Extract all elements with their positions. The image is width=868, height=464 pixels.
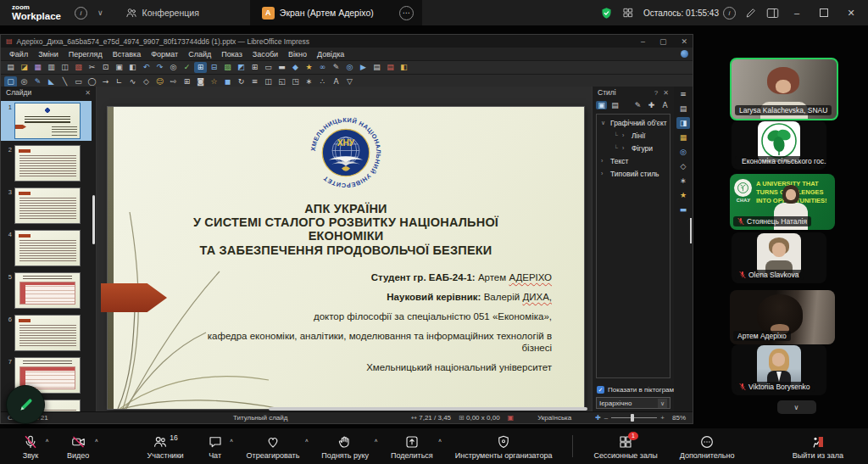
animation-icon[interactable]: ∗ — [676, 175, 690, 187]
clone-formatting-icon[interactable]: ◧ — [126, 62, 139, 73]
video-tile-ekonomika[interactable]: Економіка сільського гос... — [732, 120, 826, 170]
share-button[interactable]: ∧ Поделиться — [381, 432, 442, 461]
share-options-chevron[interactable]: ∧ — [438, 437, 442, 442]
pen-icon[interactable]: ✎ — [31, 76, 44, 87]
3d-object-icon[interactable]: ◼ — [221, 76, 234, 87]
find-replace-icon[interactable]: ◎ — [167, 62, 180, 73]
slide-editor[interactable]: ХМЕЛЬНИЦЬКИЙ НАЦІОНАЛЬНИЙ УНІВЕРСИТЕТ — [108, 107, 584, 409]
undo-icon[interactable]: ↶ — [140, 62, 153, 73]
video-options-chevron[interactable]: ∧ — [94, 437, 98, 442]
impress-restore-button[interactable]: ▢ — [659, 37, 667, 46]
new-document-icon[interactable]: ▤ — [4, 62, 17, 73]
fill-format-icon[interactable]: ✎ — [632, 101, 643, 109]
crop-icon[interactable]: ◳ — [289, 76, 302, 87]
video-tile-larysa[interactable]: Larysa Kalachevska, SNAU — [730, 58, 838, 120]
graphic-styles-icon[interactable]: ▣ — [596, 101, 607, 109]
update-style-icon[interactable]: A — [659, 101, 670, 109]
print-preview-icon[interactable]: ◫ — [58, 62, 71, 73]
impress-minimize-button[interactable]: – — [641, 37, 645, 46]
copy-icon[interactable]: ⊡ — [99, 62, 112, 73]
chat-button[interactable]: ∧ Чат — [197, 432, 234, 461]
points-icon[interactable]: ∗ — [303, 76, 315, 87]
callout-icon[interactable]: ◙ — [194, 76, 207, 87]
glue-points-icon[interactable]: ∴ — [316, 76, 329, 87]
slide-thumbnail[interactable]: 6 — [1, 313, 92, 353]
video-tile-viktoriia[interactable]: Viktoriia Borysenko — [732, 344, 826, 395]
rotate-icon[interactable]: ↻ — [235, 76, 248, 87]
breakout-rooms-button[interactable]: 1 Сессионные залы — [584, 432, 666, 461]
menu-item[interactable]: Перегляд — [64, 49, 108, 59]
layout-view-icon[interactable] — [766, 8, 779, 19]
impress-close-button[interactable]: ✕ — [681, 37, 687, 46]
annotation-pencil-button[interactable] — [6, 385, 45, 424]
close-deck-icon[interactable]: ✕ — [663, 89, 669, 97]
basic-shapes-icon[interactable]: ◆ — [289, 62, 302, 73]
insert-textbox-icon[interactable]: ▭ — [262, 62, 275, 73]
tab-screen-share[interactable]: A Экран (Артем Адеріхо) ⋯ — [250, 0, 422, 25]
select-icon[interactable]: ▢ — [4, 76, 17, 87]
zoom-slider[interactable]: ✚ – + — [595, 414, 665, 422]
shapes-icon[interactable]: ◇ — [676, 160, 690, 172]
menu-item[interactable]: Слайд — [183, 49, 216, 59]
print-icon[interactable]: ▥ — [45, 62, 58, 73]
table-icon[interactable]: ⊞ — [181, 76, 193, 87]
shadow-icon[interactable]: ◱ — [275, 76, 288, 87]
align-icon[interactable]: ≡ — [248, 76, 261, 87]
style-entry[interactable]: › Типовий стиль — [597, 167, 670, 180]
style-entry[interactable]: › Фігури — [597, 142, 670, 154]
close-button[interactable]: ✕ — [843, 8, 860, 19]
menu-item[interactable]: Зміни — [33, 49, 64, 59]
more-button[interactable]: Дополнительно — [670, 432, 744, 461]
insert-image-icon[interactable]: ▨ — [221, 62, 234, 73]
menu-item[interactable]: Формат — [146, 49, 183, 59]
time-info-icon[interactable]: i — [723, 7, 736, 20]
stars-icon[interactable]: ★ — [303, 62, 315, 73]
document-language[interactable]: Українська — [521, 414, 587, 422]
arrow-icon[interactable]: → — [99, 76, 112, 87]
properties-icon[interactable]: ▤ — [676, 103, 690, 115]
rectangle-icon[interactable]: ▭ — [72, 76, 85, 87]
redo-icon[interactable]: ↷ — [153, 62, 166, 73]
audio-button[interactable]: ∧ Звук — [12, 432, 49, 461]
star-banner-icon[interactable]: ☆ — [208, 76, 220, 87]
participants-button[interactable]: 16 Участники — [138, 432, 193, 461]
minimize-button[interactable]: – — [788, 8, 805, 18]
menu-item[interactable]: Вікно — [283, 49, 312, 59]
security-shield-icon[interactable] — [600, 7, 613, 20]
navigator-icon[interactable]: ◎ — [676, 146, 690, 158]
header-footer-icon[interactable]: ▬ — [275, 62, 288, 73]
grid-icon[interactable]: ⊞ — [194, 62, 207, 73]
sidebar-scrollbar[interactable] — [690, 218, 692, 243]
slide-thumbnail[interactable]: 4 — [1, 228, 92, 268]
reactions-options-chevron[interactable]: ∧ — [304, 437, 309, 442]
expander-icon[interactable]: › — [622, 132, 628, 138]
block-arrow-icon[interactable]: ⇨ — [167, 76, 180, 87]
connector-icon[interactable]: ∟ — [113, 76, 125, 87]
slides-panel-scrollbar[interactable] — [92, 195, 95, 244]
gallery-icon[interactable]: ▦ — [676, 131, 690, 143]
styles-sort-dropdown[interactable]: Ієрархічно ∨ — [596, 397, 670, 409]
ellipse-icon[interactable]: ◯ — [86, 76, 98, 87]
maximize-button[interactable] — [820, 8, 828, 17]
slide-layout-icon[interactable]: ◧ — [398, 62, 410, 73]
draw-functions-icon[interactable]: ✎ — [330, 62, 342, 73]
new-slide-icon[interactable]: ▤ — [370, 62, 383, 73]
unsaved-changes-icon[interactable]: ▣ — [508, 414, 515, 422]
zoom-icon[interactable]: ◎ — [343, 62, 356, 73]
show-previews-checkbox[interactable]: ✓ Показати в піктограмах — [597, 386, 682, 394]
expander-icon[interactable]: › — [622, 145, 628, 151]
menu-item[interactable]: Вставка — [108, 49, 146, 59]
apps-grid-icon[interactable] — [622, 7, 634, 19]
curve-icon[interactable]: ∿ — [126, 76, 139, 87]
collapse-videos-button[interactable]: ∨ — [777, 400, 816, 414]
zoom-slider-thumb[interactable] — [631, 414, 634, 422]
chevron-down-icon[interactable]: ∨ — [97, 8, 103, 17]
raise-hand-options-chevron[interactable]: ∧ — [374, 437, 378, 442]
new-style-icon[interactable]: ✚ — [646, 101, 657, 109]
flowchart-icon[interactable]: ◇ — [140, 76, 153, 87]
annotate-pencil-icon[interactable] — [745, 7, 757, 19]
leave-button[interactable]: Выйти из зала — [783, 432, 853, 461]
style-entry[interactable]: › Текст — [597, 154, 670, 167]
expander-icon[interactable]: ∨ — [601, 120, 607, 126]
slide-thumbnail[interactable]: 3 — [1, 186, 92, 226]
